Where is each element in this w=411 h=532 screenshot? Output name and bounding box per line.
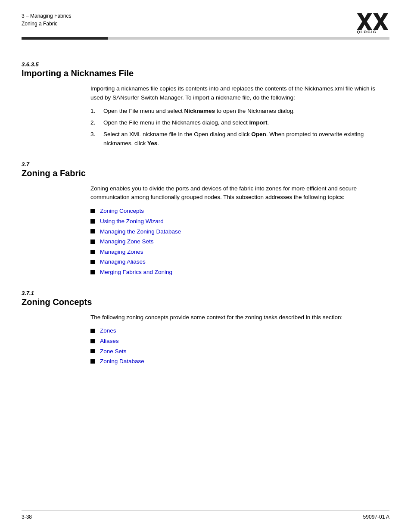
footer: 3-38 59097-01 A (22, 510, 389, 520)
header-divider (22, 37, 389, 40)
section-365-steps: 1. Open the File menu and select Nicknam… (90, 107, 377, 148)
section-365-heading: Importing a Nicknames File (22, 68, 389, 78)
step-3-text: Select an XML nickname file in the Open … (103, 130, 377, 148)
header-text: 3 – Managing Fabrics Zoning a Fabric (22, 12, 71, 28)
section-37-num: 3.7 (22, 161, 389, 168)
link-managing-zone-sets[interactable]: Managing Zone Sets (100, 237, 154, 246)
main-content: 3.6.3.5 Importing a Nicknames File Impor… (0, 40, 411, 391)
step-3-bold1: Open (251, 131, 266, 137)
link-zones[interactable]: Zones (100, 326, 116, 336)
section-371-heading: Zoning Concepts (22, 297, 389, 307)
step-1-bold: Nicknames (184, 108, 215, 114)
qlogic-logo: QLOGIC (355, 12, 389, 34)
bullet-managing-zones: Managing Zones (90, 247, 377, 257)
bullet-icon-9 (90, 339, 95, 343)
bullet-icon-2 (90, 219, 95, 224)
logo-area: QLOGIC (355, 12, 389, 34)
link-zone-sets[interactable]: Zone Sets (100, 347, 127, 356)
link-zoning-database[interactable]: Zoning Database (100, 357, 144, 366)
bullet-icon-4 (90, 240, 95, 244)
section-371-bullets: Zones Aliases Zone Sets Zoning Database (90, 326, 377, 366)
bullet-icon-3 (90, 229, 95, 233)
bullet-icon-1 (90, 209, 95, 213)
bullet-zone-sets: Zone Sets (90, 347, 377, 356)
section-37-intro: Zoning enables you to divide the ports a… (90, 184, 377, 202)
svg-marker-0 (357, 13, 372, 30)
section-365-intro: Importing a nicknames file copies its co… (90, 84, 377, 103)
bullet-managing-db: Managing the Zoning Database (90, 227, 377, 236)
section-365-num: 3.6.3.5 (22, 61, 389, 68)
bullet-zoning-concepts: Zoning Concepts (90, 206, 377, 216)
link-using-wizard[interactable]: Using the Zoning Wizard (100, 217, 164, 226)
section-37-heading: Zoning a Fabric (22, 168, 389, 178)
step-3-bold2: Yes (147, 140, 157, 146)
bullet-merging-fabrics: Merging Fabrics and Zoning (90, 268, 377, 277)
bullet-icon-11 (90, 359, 95, 364)
link-zoning-concepts[interactable]: Zoning Concepts (100, 206, 144, 216)
link-managing-db[interactable]: Managing the Zoning Database (100, 227, 181, 236)
bullet-icon-10 (90, 349, 95, 353)
svg-text:QLOGIC: QLOGIC (357, 30, 377, 34)
header: 3 – Managing Fabrics Zoning a Fabric QLO… (0, 0, 411, 34)
bullet-zoning-db: Zoning Database (90, 357, 377, 366)
section-37-bullets: Zoning Concepts Using the Zoning Wizard … (90, 206, 377, 277)
footer-doc-num: 59097-01 A (363, 514, 389, 520)
bullet-managing-zone-sets: Managing Zone Sets (90, 237, 377, 246)
bullet-icon-8 (90, 329, 95, 333)
divider-light (108, 37, 389, 40)
step-2-text: Open the File menu in the Nicknames dial… (103, 118, 269, 128)
bullet-using-wizard: Using the Zoning Wizard (90, 217, 377, 226)
section-371-intro: The following zoning concepts provide so… (90, 313, 377, 322)
step-1-num: 1. (90, 107, 99, 116)
bullet-zones: Zones (90, 326, 377, 336)
step-2: 2. Open the File menu in the Nicknames d… (90, 118, 377, 128)
step-1: 1. Open the File menu and select Nicknam… (90, 107, 377, 116)
bullet-icon-7 (90, 270, 95, 274)
step-1-text: Open the File menu and select Nicknames … (103, 107, 295, 116)
header-line1: 3 – Managing Fabrics (22, 12, 71, 20)
link-merging-fabrics[interactable]: Merging Fabrics and Zoning (100, 268, 172, 277)
step-2-num: 2. (90, 118, 99, 128)
bullet-icon-5 (90, 250, 95, 254)
footer-page-num: 3-38 (22, 514, 32, 520)
step-3: 3. Select an XML nickname file in the Op… (90, 130, 377, 148)
bullet-aliases: Aliases (90, 336, 377, 346)
step-2-bold: Import (249, 119, 267, 126)
bullet-managing-aliases: Managing Aliases (90, 257, 377, 267)
svg-marker-1 (373, 13, 389, 30)
section-371-num: 3.7.1 (22, 290, 389, 296)
link-aliases[interactable]: Aliases (100, 336, 119, 346)
divider-dark (22, 37, 108, 40)
link-managing-zones[interactable]: Managing Zones (100, 247, 143, 257)
step-3-num: 3. (90, 130, 99, 148)
bullet-icon-6 (90, 260, 95, 264)
link-managing-aliases[interactable]: Managing Aliases (100, 257, 146, 267)
header-line2: Zoning a Fabric (22, 20, 71, 28)
page-container: 3 – Managing Fabrics Zoning a Fabric QLO… (0, 0, 411, 532)
